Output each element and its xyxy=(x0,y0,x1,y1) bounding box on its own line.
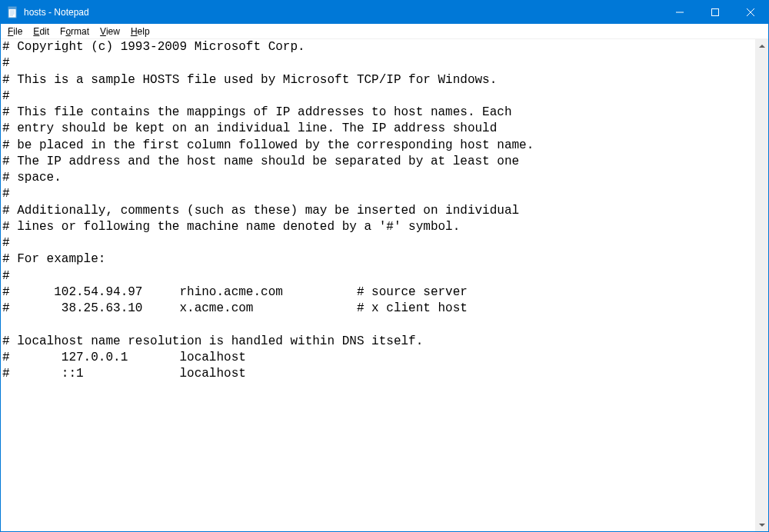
svg-rect-7 xyxy=(712,9,719,16)
menu-edit-rest: dit xyxy=(39,26,49,37)
menu-view-rest: iew xyxy=(106,26,120,37)
menu-format-rest: rmat xyxy=(71,26,89,37)
close-button[interactable] xyxy=(733,1,768,24)
vertical-scrollbar[interactable] xyxy=(755,39,768,531)
svg-rect-1 xyxy=(8,7,16,9)
content-area: # Copyright (c) 1993-2009 Microsoft Corp… xyxy=(1,39,768,531)
maximize-button[interactable] xyxy=(697,1,733,24)
menu-help-rest: elp xyxy=(138,26,150,37)
menu-help[interactable]: Help xyxy=(125,25,155,38)
scroll-up-arrow[interactable] xyxy=(755,39,768,52)
window-controls xyxy=(662,1,768,24)
notepad-icon xyxy=(7,6,19,18)
minimize-button[interactable] xyxy=(662,1,697,24)
svg-marker-11 xyxy=(759,524,765,527)
titlebar: hosts - Notepad xyxy=(1,1,768,24)
menu-file[interactable]: File xyxy=(2,25,28,38)
menu-format[interactable]: Format xyxy=(55,25,95,38)
menu-view[interactable]: View xyxy=(95,25,125,38)
text-editor[interactable]: # Copyright (c) 1993-2009 Microsoft Corp… xyxy=(1,39,755,531)
menu-edit[interactable]: Edit xyxy=(28,25,55,38)
scroll-down-arrow[interactable] xyxy=(755,518,768,531)
window-title: hosts - Notepad xyxy=(24,7,662,18)
menu-file-rest: ile xyxy=(13,26,22,37)
menubar: File Edit Format View Help xyxy=(1,24,768,39)
svg-marker-10 xyxy=(759,45,765,48)
